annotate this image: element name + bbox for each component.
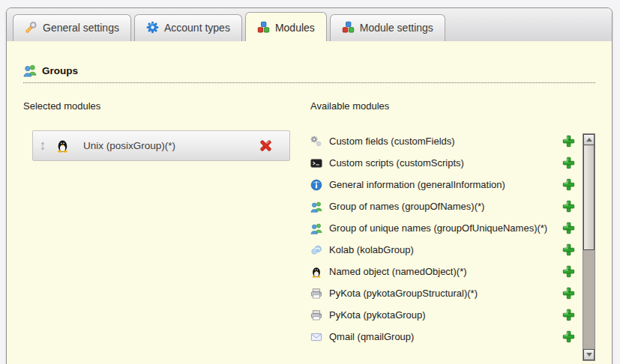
- available-modules-column: Available modules Custom fields (customF…: [292, 100, 595, 361]
- module-label: Named object (namedObject)(*): [329, 266, 467, 277]
- tab-module-settings[interactable]: Module settings: [330, 14, 445, 41]
- selected-modules-column: Selected modules Unix (posixGroup)(*): [23, 100, 292, 361]
- printer-icon: [310, 309, 323, 321]
- tab-modules[interactable]: Modules: [245, 12, 327, 41]
- module-label: PyKota (pykotaGroupStructural)(*): [329, 288, 478, 299]
- group-icon: [23, 64, 37, 77]
- tux-icon: [310, 266, 323, 278]
- selected-modules-heading: Selected modules: [23, 100, 292, 112]
- module-label: Group of unique names (groupOfUniqueName…: [329, 222, 547, 234]
- tab-general-settings[interactable]: General settings: [13, 14, 131, 41]
- tab-label: Modules: [275, 22, 315, 34]
- tab-label: Account types: [164, 22, 230, 34]
- group-icon: [310, 222, 323, 234]
- tab-account-types[interactable]: Account types: [134, 14, 242, 41]
- add-module-button[interactable]: [562, 135, 576, 148]
- groups-section-header: Groups: [23, 64, 595, 83]
- list-item: General information (generalInformation): [310, 174, 576, 195]
- scroll-up-button[interactable]: [583, 134, 595, 145]
- list-item: Group of names (groupOfNames)(*): [310, 195, 576, 217]
- tab-content: Groups Selected modules Unix (posixGroup…: [7, 64, 612, 361]
- tab-label: Module settings: [360, 22, 433, 34]
- arrow-down-icon: [586, 353, 592, 357]
- scrollbar-track[interactable]: [583, 250, 595, 349]
- list-item: PyKota (pykotaGroup): [310, 304, 576, 326]
- group-icon: [310, 201, 323, 213]
- kolab-icon: [310, 244, 323, 256]
- module-label: Kolab (kolabGroup): [329, 244, 414, 255]
- module-label: Group of names (groupOfNames)(*): [329, 201, 484, 212]
- terminal-icon: [310, 157, 323, 169]
- gears-icon: [310, 136, 323, 148]
- add-module-button[interactable]: [562, 265, 576, 278]
- list-item: Custom scripts (customScripts): [310, 152, 576, 174]
- scrollbar-thumb[interactable]: [583, 145, 595, 250]
- add-module-button[interactable]: [562, 178, 576, 191]
- arrow-up-icon: [586, 138, 592, 142]
- add-module-button[interactable]: [562, 309, 576, 321]
- available-modules-scrollbar[interactable]: [583, 133, 595, 361]
- drag-handle-icon[interactable]: [37, 141, 48, 151]
- module-label: Qmail (qmailGroup): [329, 331, 414, 342]
- add-module-button[interactable]: [562, 200, 576, 213]
- add-module-button[interactable]: [562, 157, 576, 169]
- printer-icon: [310, 288, 323, 300]
- tab-label: General settings: [43, 22, 119, 34]
- info-icon: [310, 179, 323, 191]
- add-module-button[interactable]: [562, 222, 576, 234]
- list-item: Named object (namedObject)(*): [310, 261, 576, 282]
- list-item: Custom fields (customFields): [310, 130, 576, 152]
- list-item: Kolab (kolabGroup): [310, 239, 576, 261]
- list-item: Group of unique names (groupOfUniqueName…: [310, 217, 576, 239]
- section-title: Groups: [42, 65, 78, 76]
- add-module-button[interactable]: [562, 330, 576, 343]
- module-label: Custom scripts (customScripts): [329, 157, 464, 169]
- list-item: PyKota (pykotaGroupStructural)(*): [310, 282, 576, 304]
- config-window: General settings Account types Modules M…: [6, 7, 613, 364]
- scroll-down-button[interactable]: [583, 349, 595, 360]
- available-modules-heading: Available modules: [310, 100, 595, 112]
- selected-module-row[interactable]: Unix (posixGroup)(*): [32, 130, 290, 161]
- mail-icon: [310, 331, 323, 343]
- available-modules-list: Custom fields (customFields) Custom scri…: [310, 130, 576, 361]
- selected-module-label: Unix (posixGroup)(*): [83, 140, 259, 151]
- module-label: Custom fields (customFields): [329, 136, 455, 147]
- modules-icon: [257, 21, 270, 34]
- module-label: PyKota (pykotaGroup): [329, 309, 426, 321]
- remove-module-button[interactable]: [259, 139, 273, 153]
- list-item: Qmail (qmailGroup): [310, 326, 576, 348]
- wrench-icon: [25, 21, 37, 34]
- add-module-button[interactable]: [562, 287, 576, 300]
- tux-icon: [55, 139, 70, 153]
- gear-icon: [146, 21, 159, 34]
- tab-bar: General settings Account types Modules M…: [7, 8, 612, 41]
- modules-icon: [342, 21, 355, 34]
- module-label: General information (generalInformation): [329, 179, 505, 190]
- add-module-button[interactable]: [562, 243, 576, 256]
